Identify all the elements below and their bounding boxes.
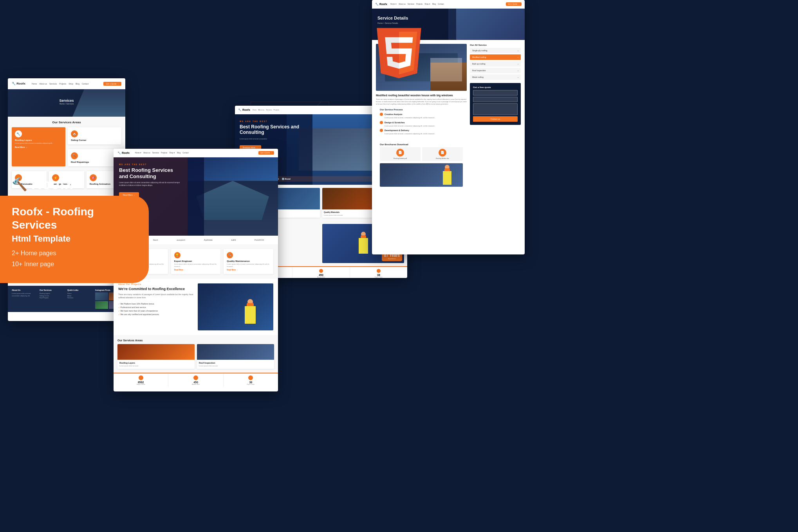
brand-pages-info: 2+ Home pages: [12, 249, 133, 258]
worker-stat-2-lbl: Awards Won: [294, 276, 348, 278]
hero-nav-shop: Shop ▾: [169, 152, 175, 154]
maintenance-link[interactable]: Read More →: [227, 269, 270, 271]
nav-projects: Projects: [59, 83, 66, 85]
worker-hero-label: WE ARE THE BEST: [240, 121, 309, 123]
services-nav-logo: 🔧 Roofx: [12, 82, 25, 85]
hero-nav-home: Home ▾: [135, 152, 141, 154]
html5-logo: [368, 12, 430, 82]
service-card-roofing-layers: 🔧 Roofing Layers Lorem ipsum dolor sit a…: [12, 127, 65, 166]
process-step-2: Design & Scratches Lorem ipsum dolor sit…: [380, 121, 463, 127]
services-nav-cta[interactable]: Get a Quote →: [103, 82, 121, 86]
hero-navbar: 🔧 Roofx Home ▾ About us Services Project…: [114, 149, 278, 157]
sd-nav-logo: 🔧 Roofx: [375, 3, 387, 6]
hero-stat-awards: 450 Awards Won: [168, 373, 223, 387]
roofing-card-inspection: Roof Inspection Lorem ipsum dolor sit am…: [197, 344, 274, 369]
sd-submit-button[interactable]: Contact us: [473, 116, 518, 122]
roofing-card-layers: Roofing Layers Lorem ipsum dolor sit ame…: [117, 344, 195, 369]
hero-stat-team: 38 Expert Team: [224, 373, 278, 387]
process-step-2-text: Lorem ipsum dolor sit amet, consectetur …: [380, 125, 463, 127]
siding-icon: 🏠: [71, 130, 78, 137]
repair-title: Roof Repairings: [71, 161, 118, 163]
maintenance-icon: 🔧: [227, 252, 233, 258]
check-2: Professional and best service: [118, 306, 194, 309]
hammer-icon: 🔨: [12, 177, 27, 192]
nav-contact: Contact: [82, 83, 88, 85]
sd-service-inspection[interactable]: Roof inspection ›: [470, 68, 521, 73]
svg-marker-5: [399, 37, 413, 43]
worker-hero-text: Lorem ipsum dolor sit amet consectetur: [240, 138, 309, 140]
expert-link[interactable]: Read More →: [174, 269, 218, 271]
maintenance-title: Quality Maintenance: [227, 260, 270, 262]
brochure-icon-2: 📄: [439, 149, 446, 157]
hero-stat-team-num: 38: [226, 381, 276, 384]
sd-nav-cta[interactable]: Get a Quote →: [506, 2, 522, 6]
roofing-layers-link[interactable]: Read More →: [15, 146, 62, 148]
service-card-siding: 🏠 Siding Corner: [68, 127, 121, 144]
services-nav-links: Home About us Services Projects Shop Blo…: [32, 83, 88, 85]
sd-email-input[interactable]: [473, 97, 518, 102]
brand-flexco: FLEXCO: [255, 239, 264, 241]
worker-stat-2-num: 450: [294, 274, 348, 276]
brand-tagline-box: Roofx - Roofing Services Html Template 2…: [0, 196, 149, 283]
services-navbar: 🔧 Roofx Home About us Services Projects …: [8, 78, 125, 89]
roofing-layers-card-text: Lorem ipsum dolor sit amet: [119, 365, 193, 367]
commitment-image: [198, 283, 273, 330]
sd-process-section: Our Service Process Creative Analysis Lo…: [376, 105, 467, 140]
siding-title: Siding Corner: [71, 139, 118, 141]
hero-stat-clients: 8562 Happy Clients: [114, 373, 168, 387]
sd-message-input[interactable]: [473, 103, 518, 115]
hero-nav-blog: Blog: [177, 152, 181, 154]
hero-label: WE ARE THE BEST: [119, 164, 273, 166]
footer-links: Quick Links HomeAboutServices: [67, 289, 94, 309]
brochure-card-2[interactable]: 📄 Roofing Works.doc: [422, 147, 463, 161]
commit-label: About Our Projects: [118, 283, 194, 285]
sd-bottom-image: [380, 163, 463, 187]
worker-stat-3-num: 38: [352, 274, 405, 276]
hero-nav-cta[interactable]: Get a Quote →: [258, 151, 274, 155]
nav-about: About us: [39, 83, 47, 85]
roofing-layers-text: Lorem ipsum dolor sit amet consectetur a…: [15, 142, 62, 144]
check-4: We use only certified and appointed pers…: [118, 313, 194, 316]
process-step-1: Creative Analysis Lorem ipsum dolor sit …: [380, 113, 463, 119]
expert-title: Expert Engineer: [174, 260, 218, 262]
brochure-card-1[interactable]: 📄 Roofing Details.pdf: [380, 147, 421, 161]
commitment-section: About Our Projects We're Committed to Ro…: [114, 279, 278, 335]
nav-home: Home: [32, 83, 37, 85]
process-step-1-title: Creative Analysis: [385, 113, 403, 115]
hero-nav-projects: Projects: [161, 152, 167, 154]
hero-nav-contact: Contact: [182, 152, 189, 154]
nav-shop: Shop: [69, 83, 73, 85]
sd-name-input[interactable]: [473, 90, 518, 96]
brand-panel: 🔨 Roofx Roofx - Roofing Services Html Te…: [0, 176, 149, 283]
hero-stat-team-lbl: Expert Team: [226, 384, 276, 385]
sd-main-text: There are many variations of passages of…: [376, 98, 467, 105]
expert-icon: 👷: [174, 252, 181, 258]
footer-about: About Us Lorem ipsum dolor sit amet cons…: [12, 289, 38, 309]
repair-icon: 🔨: [71, 152, 78, 159]
brand-aphtide: Aphtide: [204, 239, 213, 241]
process-step-1-text: Lorem ipsum dolor sit amet, consectetur …: [380, 117, 463, 119]
services-footer: About Us Lorem ipsum dolor sit amet cons…: [8, 286, 125, 312]
sd-nav-links: Home ▾ About us Services Projects Shop ▾…: [390, 3, 444, 5]
brand-ausport: ausport: [177, 239, 185, 241]
brand-inner-pages: 10+ Inner page: [12, 260, 133, 269]
worker-hero-title: Best Roofing Services and Consulting: [240, 124, 309, 135]
sd-right-sidebar: Our All Service Single-ply roofing › Mod…: [470, 44, 521, 190]
sd-service-single-ply[interactable]: Single-ply roofing ›: [470, 48, 521, 53]
sd-service-modified[interactable]: Modified roofing ›: [470, 54, 521, 60]
roofing-layers-icon: 🔧: [15, 130, 22, 137]
brochure-text-1: Roofing Details.pdf: [381, 157, 419, 159]
sd-brochures-title: Our Brochures Download: [380, 143, 463, 146]
sd-service-built-up[interactable]: Built-up roofing ›: [470, 61, 521, 67]
process-step-3: Development & Delivery Lorem ipsum dolor…: [380, 129, 463, 135]
check-1: We Platform have 10% Platform bonus: [118, 302, 194, 306]
services-areas-title: Our Services Areas: [12, 121, 121, 124]
nav-services: Services: [49, 83, 57, 85]
sd-service-metal[interactable]: Metal roofing ›: [470, 74, 521, 80]
brand-title: Roofx - Roofing Services: [12, 205, 133, 231]
sd-navbar: 🔧 Roofx Home ▾ About us Services Project…: [372, 0, 525, 9]
hero-nav-about: About us: [143, 152, 150, 154]
brand-name: Roofx: [31, 176, 73, 193]
hero-stat-clients-num: 8562: [116, 381, 166, 384]
hero-stat-clients-lbl: Happy Clients: [116, 384, 166, 385]
